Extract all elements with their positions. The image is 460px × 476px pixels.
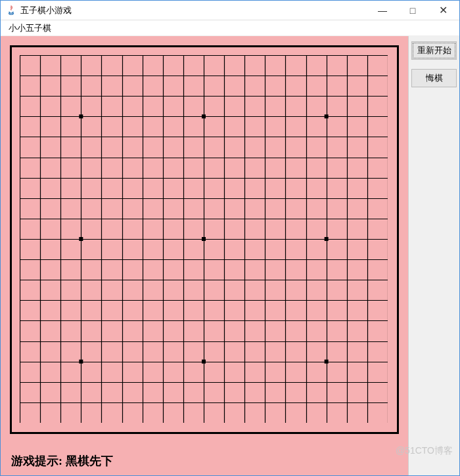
star-point [79, 114, 83, 118]
window-title: 五子棋小游戏 [20, 5, 72, 16]
maximize-button[interactable]: □ [398, 1, 428, 20]
java-icon [6, 5, 16, 16]
window-controls: — □ ✕ [367, 1, 458, 20]
titlebar: 五子棋小游戏 — □ ✕ [1, 1, 459, 20]
star-point [202, 114, 206, 118]
star-point [325, 237, 329, 241]
menu-main[interactable]: 小小五子棋 [5, 21, 55, 35]
board-wrap [1, 36, 408, 449]
star-point [202, 237, 206, 241]
minimize-button[interactable]: — [367, 1, 398, 20]
side-panel: 重新开始 悔棋 [408, 36, 459, 475]
restart-button[interactable]: 重新开始 [411, 41, 457, 60]
close-button[interactable]: ✕ [428, 1, 458, 20]
status-message: 黑棋先下 [66, 454, 113, 467]
client-area: 游戏提示: 黑棋先下 重新开始 悔棋 @51CTO博客 [1, 36, 459, 475]
star-point [325, 114, 329, 118]
status-line: 游戏提示: 黑棋先下 [1, 449, 408, 475]
board-panel: 游戏提示: 黑棋先下 [1, 36, 408, 475]
star-point [79, 237, 83, 241]
star-point [79, 360, 83, 364]
app-window: 五子棋小游戏 — □ ✕ 小小五子棋 游戏提示: 黑棋先下 [0, 0, 460, 476]
undo-button[interactable]: 悔棋 [411, 69, 457, 87]
star-point [202, 360, 206, 364]
gomoku-board[interactable] [20, 55, 388, 423]
board-frame [10, 45, 399, 434]
status-prefix: 游戏提示: [11, 454, 62, 467]
star-point [325, 360, 329, 364]
menubar: 小小五子棋 [1, 20, 459, 36]
